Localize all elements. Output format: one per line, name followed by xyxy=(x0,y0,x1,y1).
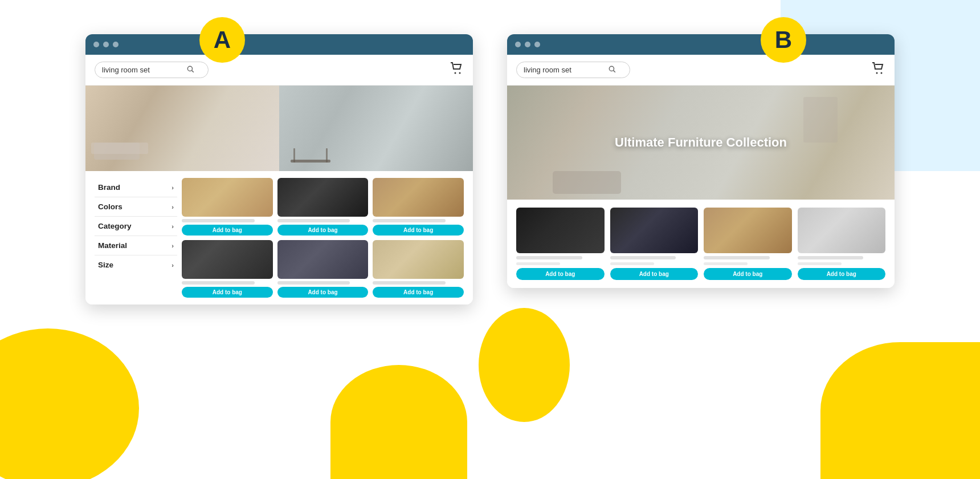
add-to-bag-btn-4[interactable]: Add to bag xyxy=(182,287,273,298)
filter-brand-chevron: › xyxy=(172,184,174,191)
hero-img-right xyxy=(279,86,473,171)
filter-category-label: Category xyxy=(98,222,132,230)
product-title-2 xyxy=(277,219,350,222)
product-grid-a: Add to bag Add to bag Add to bag xyxy=(182,178,464,298)
hero-banner-b: Ultimate Furniture Collection xyxy=(507,86,895,200)
filter-colors-chevron: › xyxy=(172,204,174,210)
search-input-b[interactable] xyxy=(524,66,603,74)
hero-img-left xyxy=(85,86,279,171)
filter-sidebar-a: Brand › Colors › Category › Material › xyxy=(95,178,177,298)
browser-b-body: Ultimate Furniture Collection Add to bag… xyxy=(507,55,895,288)
product-b-title-2 xyxy=(610,256,676,259)
add-to-bag-btn-6[interactable]: Add to bag xyxy=(373,287,464,298)
filter-material-chevron: › xyxy=(172,242,174,249)
svg-line-1 xyxy=(192,71,194,72)
browser-a-titlebar xyxy=(85,34,473,55)
filter-material-label: Material xyxy=(98,241,127,250)
add-to-bag-b-btn-1[interactable]: Add to bag xyxy=(516,268,605,280)
browser-a-body: Brand › Colors › Category › Material › xyxy=(85,55,473,305)
browser-b-dot-3 xyxy=(534,42,540,47)
add-to-bag-btn-2[interactable]: Add to bag xyxy=(277,225,369,236)
product-img-6 xyxy=(373,240,464,279)
browser-a-dot-3 xyxy=(113,42,119,47)
product-img-3 xyxy=(373,178,464,217)
product-img-4 xyxy=(182,240,273,279)
main-container: Brand › Colors › Category › Material › xyxy=(0,0,980,479)
add-to-bag-btn-3[interactable]: Add to bag xyxy=(373,225,464,236)
browser-b-dot-1 xyxy=(515,42,521,47)
product-b-img-1 xyxy=(516,208,605,253)
product-card-3: Add to bag xyxy=(373,178,464,236)
filter-colors[interactable]: Colors › xyxy=(95,197,177,217)
product-card-b-1: Add to bag xyxy=(516,208,605,280)
product-b-price-2 xyxy=(610,262,654,265)
product-b-price-3 xyxy=(704,262,748,265)
product-grid-b: Add to bag Add to bag Add to bag xyxy=(507,200,895,288)
product-b-title-1 xyxy=(516,256,582,259)
browser-b: Ultimate Furniture Collection Add to bag… xyxy=(507,34,895,288)
browser-a-search-row xyxy=(85,55,473,86)
product-card-b-4: Add to bag xyxy=(798,208,886,280)
browser-b-titlebar xyxy=(507,34,895,55)
cart-icon-a[interactable] xyxy=(450,62,464,78)
label-b-text: B xyxy=(775,26,792,54)
label-b-circle: B xyxy=(761,17,806,63)
add-to-bag-b-btn-3[interactable]: Add to bag xyxy=(704,268,792,280)
svg-point-6 xyxy=(876,72,878,74)
filter-size[interactable]: Size › xyxy=(95,255,177,274)
add-to-bag-btn-1[interactable]: Add to bag xyxy=(182,225,273,236)
filter-material[interactable]: Material › xyxy=(95,236,177,255)
product-title-3 xyxy=(373,219,446,222)
product-title-5 xyxy=(277,281,350,285)
product-b-img-3 xyxy=(704,208,792,253)
browser-b-dot-2 xyxy=(525,42,530,47)
filter-size-chevron: › xyxy=(172,262,174,269)
search-icon-b xyxy=(608,65,616,75)
product-title-4 xyxy=(182,281,255,285)
product-card-4: Add to bag xyxy=(182,240,273,298)
add-to-bag-b-btn-2[interactable]: Add to bag xyxy=(610,268,699,280)
filter-category-chevron: › xyxy=(172,223,174,230)
product-img-2 xyxy=(277,178,369,217)
search-input-a[interactable] xyxy=(102,66,182,74)
product-card-6: Add to bag xyxy=(373,240,464,298)
svg-point-7 xyxy=(881,72,883,74)
hero-banner-a xyxy=(85,86,473,171)
product-title-1 xyxy=(182,219,255,222)
product-b-price-1 xyxy=(516,262,560,265)
browser-b-search-row xyxy=(507,55,895,86)
product-card-5: Add to bag xyxy=(277,240,369,298)
filter-colors-label: Colors xyxy=(98,202,122,211)
browser-a: Brand › Colors › Category › Material › xyxy=(85,34,473,305)
browser-b-search-box[interactable] xyxy=(516,62,630,78)
add-to-bag-btn-5[interactable]: Add to bag xyxy=(277,287,369,298)
label-a-text: A xyxy=(214,26,231,54)
search-icon-a xyxy=(186,65,194,75)
hero-b-title: Ultimate Furniture Collection xyxy=(615,135,787,150)
svg-point-0 xyxy=(187,66,192,71)
product-card-b-3: Add to bag xyxy=(704,208,792,280)
filter-brand[interactable]: Brand › xyxy=(95,178,177,197)
product-card-b-2: Add to bag xyxy=(610,208,699,280)
add-to-bag-b-btn-4[interactable]: Add to bag xyxy=(798,268,886,280)
filter-category[interactable]: Category › xyxy=(95,217,177,236)
svg-line-5 xyxy=(614,71,615,72)
cart-icon-b[interactable] xyxy=(872,62,885,78)
product-title-6 xyxy=(373,281,446,285)
label-a-circle: A xyxy=(199,17,245,63)
product-area-a: Brand › Colors › Category › Material › xyxy=(85,171,473,305)
product-img-1 xyxy=(182,178,273,217)
browser-a-search-box[interactable] xyxy=(95,62,209,78)
browser-a-dot-2 xyxy=(103,42,109,47)
product-img-5 xyxy=(277,240,369,279)
product-b-img-4 xyxy=(798,208,886,253)
filter-size-label: Size xyxy=(98,261,113,269)
product-b-price-4 xyxy=(798,262,842,265)
filter-brand-label: Brand xyxy=(98,183,120,192)
product-card-1: Add to bag xyxy=(182,178,273,236)
product-b-title-4 xyxy=(798,256,864,259)
svg-point-2 xyxy=(455,72,456,74)
svg-point-4 xyxy=(609,66,614,71)
svg-point-3 xyxy=(459,72,461,74)
browser-a-dot-1 xyxy=(93,42,99,47)
